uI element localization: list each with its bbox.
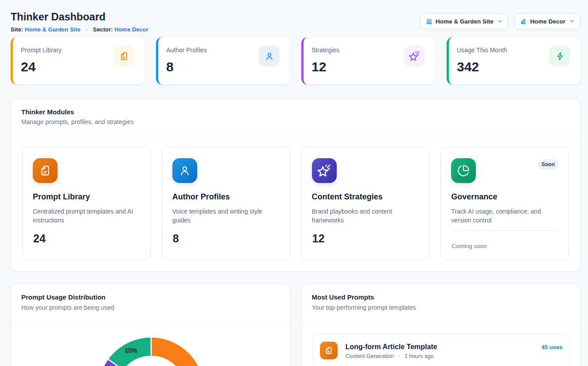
svg-text:15%: 15% [125,347,137,354]
